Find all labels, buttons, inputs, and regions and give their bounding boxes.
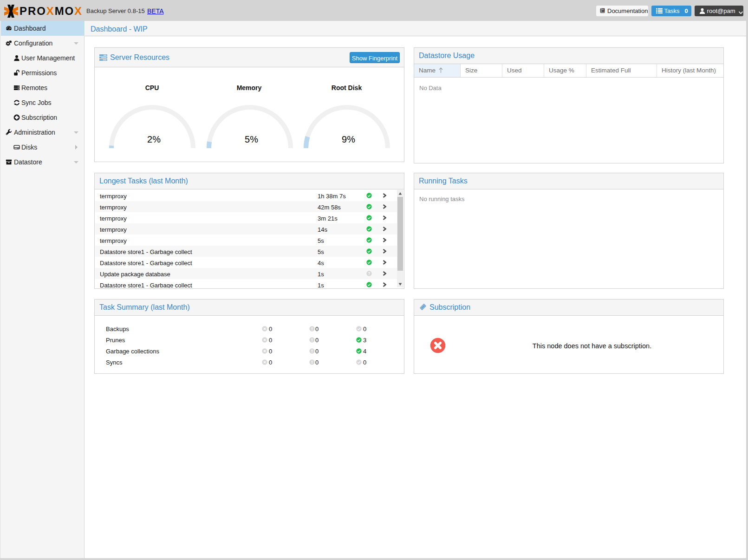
svg-text:5%: 5% [245,134,258,144]
svg-text:?: ? [368,272,371,276]
svg-text:9%: 9% [342,134,355,144]
svg-text:2%: 2% [147,134,161,144]
